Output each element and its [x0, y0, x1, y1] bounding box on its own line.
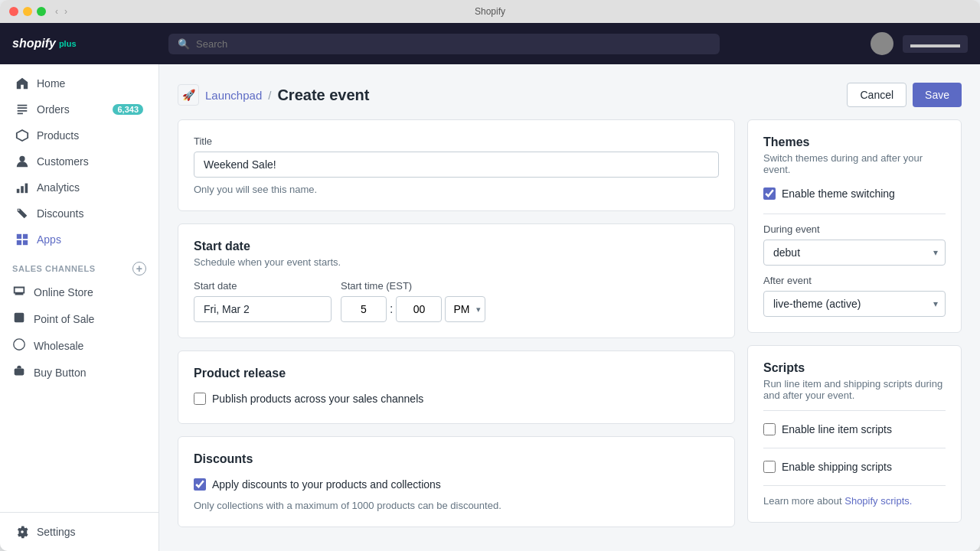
breadcrumb-separator: /: [268, 89, 271, 102]
start-date-card: Start date Schedule when your event star…: [178, 223, 735, 338]
during-event-group: During event debut theme2: [763, 223, 946, 266]
start-date-desc: Schedule when your event starts.: [194, 256, 719, 268]
publish-products-checkbox[interactable]: [194, 393, 206, 405]
sidebar-item-analytics[interactable]: Analytics: [3, 174, 155, 201]
cancel-button[interactable]: Cancel: [847, 83, 906, 107]
discounts-checkbox-row: Apply discounts to your products and col…: [194, 475, 719, 494]
shipping-scripts-checkbox[interactable]: [763, 461, 776, 473]
sales-channels-header: SALES CHANNELS +: [0, 253, 158, 279]
app-layout: shopifyplus 🔍 ▬▬▬▬▬ Home: [0, 23, 980, 551]
sidebar-label-customers: Customers: [37, 155, 89, 168]
sidebar-item-pos[interactable]: Point of Sale: [0, 305, 158, 332]
apply-discounts-checkbox[interactable]: [194, 478, 206, 491]
sidebar-item-orders[interactable]: Orders 6,343: [3, 96, 155, 122]
enable-theme-row: Enable theme switching: [763, 184, 946, 203]
line-item-scripts-row: Enable line item scripts: [763, 420, 946, 439]
minimize-button[interactable]: [23, 7, 32, 16]
wholesale-icon: [12, 337, 26, 354]
time-minute-input[interactable]: [396, 296, 442, 322]
close-button[interactable]: [9, 7, 18, 16]
store-name: ▬▬▬▬▬: [903, 35, 968, 53]
start-date-label: Start date: [194, 280, 332, 292]
title-hint: Only you will see this name.: [194, 184, 719, 195]
title-bar: ‹ › Shopify: [0, 0, 980, 23]
sidebar-item-apps[interactable]: Apps: [3, 227, 155, 253]
cards-row: Title Only you will see this name. Start…: [178, 119, 962, 527]
buy-button-icon: [12, 364, 26, 380]
wholesale-label: Wholesale: [34, 340, 83, 352]
launchpad-icon: 🚀: [178, 84, 199, 106]
back-arrow[interactable]: ‹: [55, 6, 58, 17]
sidebar-item-online-store[interactable]: Online Store 👁: [0, 279, 158, 305]
sidebar-label-apps: Apps: [37, 233, 61, 246]
discounts-card: Discounts Apply discounts to your produc…: [178, 436, 735, 527]
time-separator: :: [390, 302, 393, 316]
after-event-select-wrapper: live-theme (active) debut: [763, 291, 946, 317]
scripts-desc: Run line item and shipping scripts durin…: [763, 378, 946, 401]
logo: shopifyplus: [12, 37, 159, 51]
svg-rect-1: [17, 189, 20, 193]
sidebar-label-analytics: Analytics: [37, 181, 80, 194]
nav-arrows: ‹ ›: [55, 6, 67, 17]
sidebar-item-customers[interactable]: Customers: [3, 148, 155, 174]
product-release-checkbox-row: Publish products across your sales chann…: [194, 390, 719, 408]
scripts-divider: [763, 410, 946, 411]
breadcrumb-parent[interactable]: Launchpad: [205, 89, 262, 102]
avatar: [871, 32, 893, 55]
apply-discounts-label[interactable]: Apply discounts to your products and col…: [212, 478, 441, 491]
home-icon: [15, 77, 29, 90]
svg-point-8: [14, 339, 24, 350]
after-event-label: After event: [763, 275, 946, 286]
sidebar-item-settings[interactable]: Settings: [3, 519, 155, 545]
title-input[interactable]: [194, 152, 719, 178]
forward-arrow[interactable]: ›: [64, 6, 67, 17]
sidebar-label-home: Home: [37, 77, 65, 90]
themes-card: Themes Switch themes during and after yo…: [747, 119, 962, 333]
maximize-button[interactable]: [37, 7, 46, 16]
publish-products-label[interactable]: Publish products across your sales chann…: [212, 393, 423, 405]
window-title: Shopify: [475, 6, 505, 17]
enable-theme-checkbox[interactable]: [763, 187, 776, 200]
start-date-group: Start date: [194, 280, 332, 322]
search-input[interactable]: [196, 38, 710, 50]
title-card: Title Only you will see this name.: [178, 119, 735, 211]
during-event-label: During event: [763, 223, 946, 235]
date-time-row: Start date Start time (EST) :: [194, 280, 719, 322]
sidebar-item-discounts[interactable]: Discounts: [3, 201, 155, 227]
discounts-hint: Only collections with a maximum of 1000 …: [194, 500, 719, 511]
topbar: shopifyplus 🔍 ▬▬▬▬▬: [0, 23, 980, 64]
start-date-input[interactable]: [194, 296, 332, 322]
sidebar-item-products[interactable]: Products: [3, 122, 155, 148]
ampm-select[interactable]: PM AM: [445, 296, 485, 322]
save-button[interactable]: Save: [913, 83, 962, 107]
time-hour-input[interactable]: [341, 296, 387, 322]
during-event-select[interactable]: debut theme2: [763, 240, 946, 266]
search-icon: 🔍: [178, 38, 190, 50]
sales-channels-label: SALES CHANNELS: [12, 264, 96, 273]
sidebar-item-wholesale[interactable]: Wholesale: [0, 332, 158, 359]
buy-button-label: Buy Button: [34, 367, 87, 379]
add-sales-channel-button[interactable]: +: [132, 262, 146, 276]
shopify-scripts-link[interactable]: Shopify scripts.: [844, 495, 912, 507]
start-time-group: Start time (EST) : PM: [341, 280, 485, 322]
themes-divider: [763, 214, 946, 214]
settings-label: Settings: [37, 526, 76, 538]
customers-icon: [15, 155, 29, 168]
shipping-scripts-label[interactable]: Enable shipping scripts: [782, 461, 892, 473]
line-item-scripts-checkbox[interactable]: [763, 423, 776, 435]
breadcrumb-actions: Cancel Save: [847, 83, 962, 107]
enable-theme-label[interactable]: Enable theme switching: [782, 187, 895, 200]
search-bar: 🔍: [168, 34, 720, 54]
product-release-card: Product release Publish products across …: [178, 350, 735, 424]
breadcrumb: 🚀 Launchpad / Create event Cancel Save: [178, 83, 962, 107]
breadcrumb-current: Create event: [277, 86, 369, 104]
themes-desc: Switch themes during and after your even…: [763, 152, 946, 175]
sidebar-item-buy-button[interactable]: Buy Button: [0, 359, 158, 386]
during-event-select-wrapper: debut theme2: [763, 240, 946, 266]
svg-rect-3: [25, 184, 28, 194]
orders-badge: 6,343: [113, 104, 143, 115]
sidebar-item-home[interactable]: Home: [3, 70, 155, 96]
app-window: ‹ › Shopify shopifyplus 🔍 ▬▬▬▬▬: [0, 0, 980, 551]
line-item-scripts-label[interactable]: Enable line item scripts: [782, 423, 892, 435]
after-event-select[interactable]: live-theme (active) debut: [763, 291, 946, 317]
